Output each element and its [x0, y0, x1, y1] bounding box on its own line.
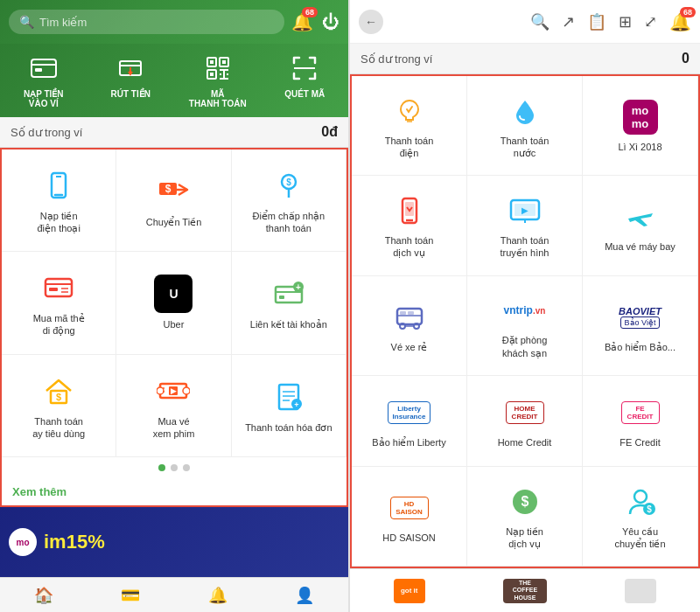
- transfer-req-icon: $: [621, 483, 660, 521]
- service-hd-saison[interactable]: HD SAISON HD SAISON: [352, 467, 467, 567]
- vntrip-logo: vntrip.vn: [504, 304, 546, 316]
- service-ve-xe-re[interactable]: Vé xe rẻ: [352, 276, 467, 376]
- service-label: Liên kết tài khoản: [250, 318, 327, 330]
- svg-rect-33: [279, 296, 284, 299]
- power-icon[interactable]: ⏻: [322, 12, 340, 32]
- copy-icon[interactable]: 📋: [587, 12, 606, 31]
- service-nap-tien-dich-vu[interactable]: $ Nạp tiềndịch vụ: [467, 467, 583, 567]
- service-home-credit[interactable]: HOMECREDIT Home Credit: [467, 376, 583, 467]
- bottom-icon-3[interactable]: 🔔: [208, 586, 228, 605]
- svg-text:+: +: [296, 282, 301, 292]
- back-button[interactable]: ←: [359, 10, 383, 34]
- service-liberty[interactable]: LibertyInsurance Bảo hiểm Liberty: [352, 376, 467, 467]
- hd-saison-icon: HD SAISON: [390, 489, 429, 527]
- service-yeu-cau-chuyen-tien[interactable]: $ Yêu cầuchuyển tiền: [583, 467, 698, 567]
- service-thanh-toan-dich-vu[interactable]: Thanh toándịch vụ: [352, 176, 467, 275]
- ma-thanh-toan-button[interactable]: MÃTHANH TOÁN: [183, 51, 253, 108]
- dot-2[interactable]: [171, 464, 178, 471]
- page-dots: [0, 457, 348, 478]
- service-li-xi[interactable]: momo Lì Xì 2018: [583, 76, 698, 176]
- bottom-icon-2[interactable]: 💳: [121, 586, 140, 605]
- momo-icon: momo: [621, 98, 660, 136]
- home-credit-icon: HOMECREDIT: [506, 393, 544, 432]
- svg-rect-0: [32, 59, 56, 77]
- rut-tien-button[interactable]: RÚT TIỀN: [95, 51, 165, 108]
- search-icon-right[interactable]: 🔍: [530, 12, 550, 31]
- gotit-app[interactable]: got it: [394, 579, 425, 603]
- phone-red-icon: [390, 191, 429, 230]
- service-label: Bảo hiểm Bảo...: [605, 341, 676, 353]
- gotit-logo: got it: [394, 579, 425, 603]
- service-mua-ma-the[interactable]: Mua mã thẻdi động: [2, 252, 116, 354]
- service-chuyen-tien[interactable]: $ Chuyển Tiền: [116, 150, 231, 252]
- svg-text:▶: ▶: [171, 386, 177, 395]
- liberty-icon: LibertyInsurance: [390, 393, 429, 432]
- service-bao-hiem-baoviet[interactable]: BAOVIET Bảo Việt Bảo hiểm Bảo...: [583, 276, 698, 376]
- right-balance-bar: Số dư trong ví 0: [350, 44, 700, 74]
- home-credit-logo: HOMECREDIT: [506, 401, 544, 424]
- service-uber[interactable]: U Uber: [116, 252, 231, 354]
- svg-text:+: +: [294, 400, 298, 409]
- nap-tien-button[interactable]: NẠP TIỀNVÀO VÍ: [9, 51, 79, 108]
- expand-icon[interactable]: ⤢: [644, 12, 657, 31]
- service-truyen-hinh[interactable]: ▶ Thanh toántruyền hình: [467, 176, 583, 275]
- service-label: Thanh toán hóa đơn: [245, 421, 332, 434]
- search-input[interactable]: [39, 16, 274, 29]
- bill-icon: +: [270, 378, 308, 416]
- grid-icon[interactable]: ⊞: [619, 12, 632, 31]
- map-pin-icon: $: [270, 166, 308, 205]
- promo-text: im15%: [44, 531, 105, 553]
- search-bar[interactable]: 🔍: [9, 10, 284, 34]
- service-mua-ve-phim[interactable]: ▶ Mua véxem phim: [116, 355, 231, 457]
- svg-text:▶: ▶: [522, 205, 528, 215]
- service-thanh-toan-dien[interactable]: Thanh toánđiện: [352, 76, 467, 176]
- fe-credit-icon: FECREDIT: [621, 393, 660, 432]
- notification-button[interactable]: 🔔 68: [291, 11, 313, 32]
- water-icon: [506, 92, 544, 130]
- service-fe-credit[interactable]: FECREDIT FE Credit: [583, 376, 698, 467]
- service-nap-tien-dien-thoai[interactable]: Nạp tiềnđiện thoại: [2, 150, 116, 252]
- svg-point-40: [183, 387, 190, 394]
- service-thanh-toan-tieu-dung[interactable]: $ Thanh toánay tiêu dùng: [2, 355, 116, 457]
- left-services-grid: Nạp tiềnđiện thoại $ Chuyển Tiền $: [0, 148, 348, 457]
- service-lien-ket[interactable]: + Liên kết tài khoản: [232, 252, 346, 354]
- service-label: Bảo hiểm Liberty: [372, 436, 445, 449]
- svg-text:$: $: [56, 392, 61, 402]
- svg-rect-9: [210, 60, 214, 64]
- other-logo: [625, 579, 656, 603]
- other-app[interactable]: [625, 579, 656, 603]
- service-diem-chap-nhan[interactable]: $ Điểm chấp nhậnthanh toán: [232, 150, 346, 252]
- svg-rect-63: [408, 311, 414, 315]
- right-bottom-bar: got it THECOFFEEHOUSE: [350, 568, 700, 612]
- quet-ma-button[interactable]: QUÉT MÃ: [270, 51, 340, 108]
- card-icon: [39, 268, 78, 307]
- momo-small-logo: mo: [9, 528, 37, 556]
- bottom-icon-4[interactable]: 👤: [295, 586, 314, 605]
- see-more-button[interactable]: Xem thêm: [0, 478, 348, 507]
- service-may-bay[interactable]: Mua vé máy bay: [583, 176, 698, 275]
- nap-tien-icon: [26, 51, 61, 86]
- left-balance-bar: Số dư trong ví 0đ: [0, 117, 348, 148]
- dot-3[interactable]: [183, 464, 190, 471]
- service-label: Thanh toándịch vụ: [385, 234, 434, 260]
- ma-thanh-toan-icon: [200, 51, 235, 86]
- service-khach-san[interactable]: vntrip.vn Đặt phòngkhách sạn: [467, 276, 583, 376]
- share-icon[interactable]: ↗: [562, 12, 575, 31]
- right-header-icons: 🔍 ↗ 📋 ⊞ ⤢ 🔔 68: [530, 11, 691, 32]
- search-icon: 🔍: [19, 15, 34, 29]
- ma-thanh-toan-label: MÃTHANH TOÁN: [189, 89, 247, 108]
- dot-1[interactable]: [158, 464, 165, 471]
- bottom-icon-1[interactable]: 🏠: [34, 586, 53, 605]
- plane-icon: [621, 198, 660, 236]
- coffee-house-app[interactable]: THECOFFEEHOUSE: [503, 579, 547, 603]
- service-label: Thanh toánđiện: [385, 135, 434, 160]
- house-dollar-icon: $: [39, 372, 78, 410]
- rut-tien-label: RÚT TIỀN: [111, 89, 150, 99]
- right-notification-button[interactable]: 🔔 68: [669, 11, 691, 32]
- coffee-house-logo: THECOFFEEHOUSE: [503, 579, 547, 603]
- service-thanh-toan-hoa-don[interactable]: + Thanh toán hóa đơn: [232, 355, 346, 457]
- service-label: Điểm chấp nhậnthanh toán: [252, 210, 325, 235]
- tv-icon: ▶: [506, 191, 544, 230]
- service-thanh-toan-nuoc[interactable]: Thanh toánnước: [467, 76, 583, 176]
- fe-credit-logo: FECREDIT: [621, 401, 660, 424]
